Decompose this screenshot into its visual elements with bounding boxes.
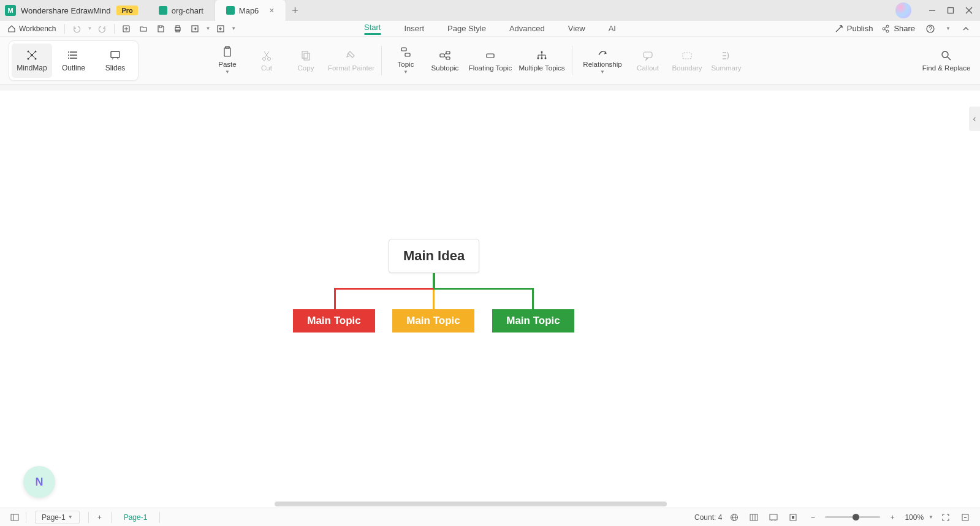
tab-map6[interactable]: Map6 ×: [215, 0, 286, 21]
cut-icon: [260, 50, 273, 62]
tool-label: Callout: [637, 64, 659, 72]
collapse-ribbon-button[interactable]: [959, 22, 973, 36]
tool-label: Boundary: [672, 64, 702, 72]
callout-button[interactable]: Callout: [629, 41, 667, 80]
menu-ai[interactable]: AI: [609, 24, 616, 34]
separator: [381, 46, 382, 75]
export-button[interactable]: [188, 22, 202, 36]
svg-line-26: [28, 55, 32, 59]
svg-rect-45: [401, 48, 406, 51]
menu-tabs: Start Insert Page Style Advanced View AI: [364, 21, 616, 37]
fit-button[interactable]: [786, 510, 800, 525]
dropdown-icon[interactable]: ▼: [231, 26, 236, 31]
save-button[interactable]: [154, 22, 167, 36]
new-file-button[interactable]: [120, 22, 133, 36]
multiple-topics-button[interactable]: Multiple Topics: [517, 41, 567, 80]
separator: [114, 24, 115, 34]
active-page-tab[interactable]: Page-1: [124, 513, 148, 522]
new-tab-button[interactable]: +: [286, 4, 305, 17]
main-topic-2[interactable]: Main Topic: [392, 309, 474, 333]
chevron-down-icon[interactable]: ▼: [929, 514, 933, 520]
copy-button[interactable]: Copy: [287, 41, 325, 80]
present-button[interactable]: [766, 510, 781, 525]
menu-advanced[interactable]: Advanced: [509, 24, 545, 34]
menu-start[interactable]: Start: [364, 23, 381, 35]
svg-line-42: [264, 51, 268, 58]
view-slides[interactable]: Slides: [95, 43, 135, 78]
zoom-slider[interactable]: [825, 516, 880, 518]
connector: [334, 288, 434, 290]
doc-icon: [226, 6, 235, 15]
view-outline[interactable]: Outline: [53, 43, 94, 78]
callout-icon: [642, 50, 654, 62]
cut-button[interactable]: Cut: [248, 41, 286, 80]
zoom-out-button[interactable]: −: [805, 510, 820, 525]
subtopic-button[interactable]: Subtopic: [426, 41, 464, 80]
workbench-button[interactable]: Workbench: [7, 24, 56, 33]
svg-point-39: [263, 57, 266, 60]
share-button[interactable]: Share: [881, 24, 915, 33]
paste-button[interactable]: Paste ▼: [208, 41, 246, 80]
tool-label: Subtopic: [431, 64, 459, 72]
publish-button[interactable]: Publish: [835, 24, 873, 33]
relationship-button[interactable]: Relationship ▼: [577, 41, 628, 80]
paste-icon: [221, 46, 234, 58]
print-button[interactable]: [171, 22, 184, 36]
main-topic-1[interactable]: Main Topic: [293, 309, 375, 333]
find-replace-button[interactable]: Find & Replace: [921, 41, 971, 80]
fullscreen-button[interactable]: [938, 510, 953, 525]
dropdown-icon: ▼: [403, 69, 408, 75]
undo-button[interactable]: [70, 22, 83, 36]
publish-icon: [835, 24, 843, 33]
windowed-button[interactable]: [958, 510, 973, 525]
horizontal-scrollbar[interactable]: [275, 502, 667, 506]
menu-insert[interactable]: Insert: [405, 24, 425, 34]
ai-assistant-button[interactable]: N: [23, 466, 55, 498]
close-button[interactable]: [960, 2, 978, 19]
dropdown-icon[interactable]: ▼: [205, 26, 210, 31]
zoom-in-button[interactable]: +: [885, 510, 900, 525]
maximize-button[interactable]: [942, 2, 959, 19]
user-avatar[interactable]: [895, 2, 911, 18]
add-page-button[interactable]: +: [93, 510, 107, 525]
doc-icon: [159, 6, 167, 15]
svg-line-41: [265, 51, 269, 58]
connector: [433, 290, 435, 310]
topic-button[interactable]: Topic ▼: [387, 41, 425, 80]
expand-side-panel[interactable]: ‹: [969, 107, 980, 131]
page-selector[interactable]: Page-1 ▼: [35, 511, 80, 524]
tool-label: Format Painter: [328, 64, 374, 72]
zoom-thumb[interactable]: [853, 514, 859, 520]
tab-label: org-chart: [172, 6, 203, 15]
dropdown-icon[interactable]: ▼: [946, 26, 951, 31]
canvas[interactable]: Main Idea Main Topic Main Topic Main Top…: [0, 91, 980, 508]
format-painter-button[interactable]: Format Painter: [326, 41, 376, 80]
import-button[interactable]: [214, 22, 227, 36]
page-panel-toggle[interactable]: [7, 510, 22, 525]
menu-view[interactable]: View: [568, 24, 585, 34]
boundary-icon: [681, 50, 693, 62]
menu-pagestyle[interactable]: Page Style: [447, 24, 486, 34]
ai-icon: N: [28, 471, 50, 493]
workbench-label: Workbench: [19, 24, 56, 33]
connector: [433, 273, 435, 289]
close-tab-icon[interactable]: ×: [269, 6, 274, 15]
svg-rect-67: [11, 514, 18, 520]
root-topic[interactable]: Main Idea: [389, 239, 479, 273]
redo-button[interactable]: [96, 22, 109, 36]
floating-topic-button[interactable]: Floating Topic: [465, 41, 515, 80]
main-topic-3[interactable]: Main Topic: [492, 309, 574, 333]
summary-button[interactable]: Summary: [707, 41, 745, 80]
dropdown-icon[interactable]: ▼: [87, 26, 92, 31]
view-mindmap[interactable]: MindMap: [12, 43, 52, 78]
help-button[interactable]: ?: [924, 22, 937, 36]
separator: [64, 24, 65, 34]
minimize-button[interactable]: [924, 2, 941, 19]
world-button[interactable]: [727, 510, 742, 525]
svg-rect-49: [446, 57, 450, 59]
boundary-button[interactable]: Boundary: [668, 41, 706, 80]
open-file-button[interactable]: [137, 22, 150, 36]
tab-org-chart[interactable]: org-chart: [148, 0, 215, 21]
subtopic-icon: [439, 50, 451, 62]
column-view-button[interactable]: [746, 510, 761, 525]
